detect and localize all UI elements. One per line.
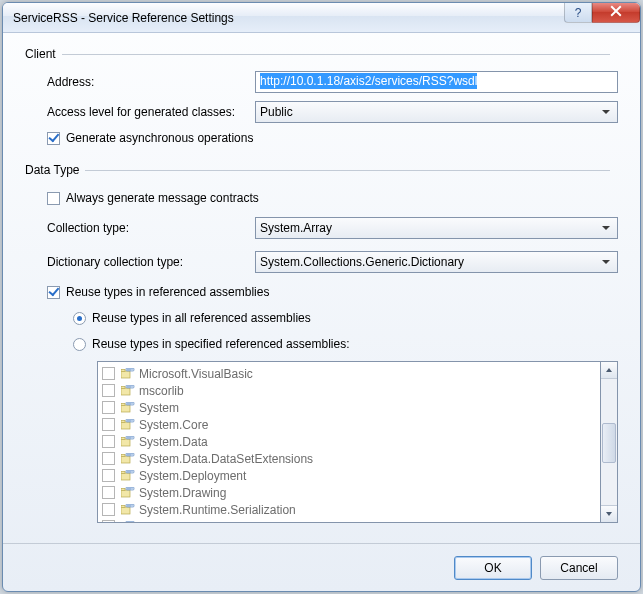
assembly-checkbox[interactable] (102, 503, 115, 516)
access-control: Public (255, 101, 618, 123)
assembly-checkbox[interactable] (102, 401, 115, 414)
svg-rect-38 (127, 487, 133, 488)
svg-rect-3 (127, 368, 133, 369)
assembly-item[interactable]: System.Data.DataSetExtensions (100, 450, 598, 467)
access-select[interactable]: Public (255, 101, 618, 123)
reuse-types-label: Reuse types in referenced assemblies (66, 285, 269, 299)
address-label: Address: (47, 75, 255, 89)
svg-rect-17 (126, 419, 134, 422)
scroll-thumb[interactable] (602, 423, 616, 463)
assembly-item[interactable]: System.Runtime.Serialization (100, 501, 598, 518)
assembly-name: System.Data (139, 435, 208, 449)
assembly-item[interactable]: System.ServiceModel (100, 518, 598, 523)
svg-rect-10 (121, 405, 130, 412)
svg-rect-32 (126, 470, 134, 473)
svg-rect-1 (121, 369, 125, 371)
assembly-item[interactable]: System.Core (100, 416, 598, 433)
content-area: Client Address: http://10.0.1.18/axis2/s… (3, 33, 640, 543)
close-button[interactable] (592, 3, 640, 23)
help-button[interactable]: ? (564, 3, 592, 23)
titlebar: ServiceRSS - Service Reference Settings … (3, 3, 640, 33)
dialog-footer: OK Cancel (3, 543, 640, 591)
collection-label: Collection type: (47, 221, 255, 235)
reuse-types-row[interactable]: Reuse types in referenced assemblies (47, 285, 618, 299)
always-generate-label: Always generate message contracts (66, 191, 259, 205)
generate-async-label: Generate asynchronous operations (66, 131, 253, 145)
dictionary-select[interactable]: System.Collections.Generic.Dictionary (255, 251, 618, 273)
assembly-item[interactable]: System.Drawing (100, 484, 598, 501)
reuse-all-row[interactable]: Reuse types in all referenced assemblies (73, 311, 618, 325)
ok-button[interactable]: OK (454, 556, 532, 580)
assembly-icon (121, 436, 135, 448)
scroll-up-button[interactable] (601, 362, 617, 379)
svg-rect-43 (127, 504, 133, 505)
svg-rect-8 (127, 385, 133, 386)
assembly-checkbox[interactable] (102, 469, 115, 482)
assembly-list-container: Microsoft.VisualBasicmscorlibSystemSyste… (97, 361, 618, 523)
svg-rect-27 (126, 453, 134, 456)
assembly-scrollbar[interactable] (601, 361, 618, 523)
generate-async-checkbox[interactable] (47, 132, 60, 145)
svg-rect-26 (121, 454, 125, 456)
assembly-item[interactable]: System.Data (100, 433, 598, 450)
svg-rect-48 (127, 521, 133, 522)
svg-rect-36 (121, 488, 125, 490)
reuse-types-checkbox[interactable] (47, 286, 60, 299)
svg-rect-40 (121, 507, 130, 514)
assembly-name: mscorlib (139, 384, 184, 398)
assembly-checkbox[interactable] (102, 367, 115, 380)
window-controls: ? (564, 3, 640, 25)
assembly-checkbox[interactable] (102, 520, 115, 523)
assembly-item[interactable]: System.Deployment (100, 467, 598, 484)
svg-rect-19 (127, 420, 131, 421)
client-group: Client Address: http://10.0.1.18/axis2/s… (25, 47, 618, 153)
svg-rect-39 (127, 488, 131, 489)
assembly-item[interactable]: mscorlib (100, 382, 598, 399)
assembly-list[interactable]: Microsoft.VisualBasicmscorlibSystemSyste… (97, 361, 601, 523)
svg-rect-7 (126, 385, 134, 388)
reuse-all-radio[interactable] (73, 312, 86, 325)
cancel-button[interactable]: Cancel (540, 556, 618, 580)
always-generate-row[interactable]: Always generate message contracts (47, 191, 618, 205)
help-icon: ? (575, 6, 582, 20)
scroll-track[interactable] (601, 379, 617, 505)
always-generate-checkbox[interactable] (47, 192, 60, 205)
assembly-icon (121, 385, 135, 397)
svg-rect-29 (127, 454, 131, 455)
reuse-specified-radio[interactable] (73, 338, 86, 351)
reuse-specified-label: Reuse types in specified referenced asse… (92, 337, 349, 351)
assembly-item[interactable]: Microsoft.VisualBasic (100, 365, 598, 382)
assembly-checkbox[interactable] (102, 452, 115, 465)
collection-row: Collection type: System.Array (47, 217, 618, 239)
assembly-item[interactable]: System (100, 399, 598, 416)
close-icon (610, 5, 622, 20)
assembly-name: System (139, 401, 179, 415)
svg-rect-22 (126, 436, 134, 439)
svg-rect-23 (127, 436, 133, 437)
generate-async-row[interactable]: Generate asynchronous operations (47, 131, 618, 145)
svg-rect-33 (127, 470, 133, 471)
svg-rect-5 (121, 388, 130, 395)
dialog-window: ServiceRSS - Service Reference Settings … (2, 2, 641, 592)
collection-select[interactable]: System.Array (255, 217, 618, 239)
svg-rect-41 (121, 505, 125, 507)
assembly-name: System.ServiceModel (139, 520, 255, 524)
svg-rect-42 (126, 504, 134, 507)
svg-rect-12 (126, 402, 134, 405)
assembly-icon (121, 453, 135, 465)
reuse-specified-row[interactable]: Reuse types in specified referenced asse… (73, 337, 618, 351)
dictionary-row: Dictionary collection type: System.Colle… (47, 251, 618, 273)
dictionary-label: Dictionary collection type: (47, 255, 255, 269)
svg-rect-16 (121, 420, 125, 422)
address-input[interactable]: http://10.0.1.18/axis2/services/RSS?wsdl (255, 71, 618, 93)
assembly-checkbox[interactable] (102, 418, 115, 431)
scroll-down-button[interactable] (601, 505, 617, 522)
svg-rect-46 (121, 522, 125, 523)
assembly-checkbox[interactable] (102, 486, 115, 499)
assembly-icon (121, 487, 135, 499)
assembly-checkbox[interactable] (102, 384, 115, 397)
assembly-icon (121, 368, 135, 380)
assembly-icon (121, 504, 135, 516)
datatype-heading: Data Type (25, 163, 618, 177)
assembly-checkbox[interactable] (102, 435, 115, 448)
